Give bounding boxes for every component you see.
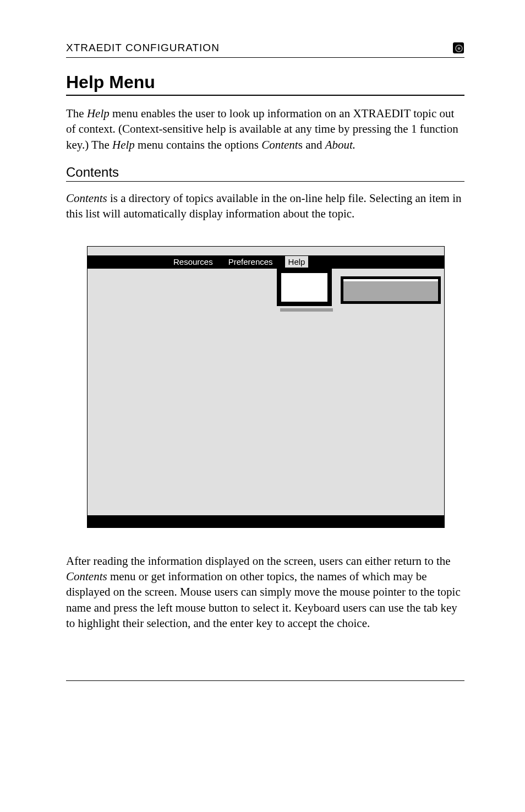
menu-resources[interactable]: Resources bbox=[170, 256, 216, 268]
text-italic: Help bbox=[87, 107, 110, 120]
menu-preferences[interactable]: Preferences bbox=[225, 256, 276, 268]
page-content: XTRAEDIT CONFIGURATION Help Menu The Hel… bbox=[0, 0, 525, 720]
sub-window-titlebar bbox=[343, 279, 438, 281]
running-header: XTRAEDIT CONFIGURATION bbox=[66, 42, 464, 58]
heading-help-menu: Help Menu bbox=[66, 72, 464, 96]
text: After reading the information displayed … bbox=[66, 554, 451, 568]
app-body bbox=[88, 269, 444, 515]
text: menu or get information on other topics,… bbox=[66, 570, 461, 630]
menu-help[interactable]: Help bbox=[285, 256, 309, 268]
text-italic: About. bbox=[325, 138, 356, 151]
text: The bbox=[66, 107, 87, 120]
heading-contents: Contents bbox=[66, 165, 464, 182]
screenshot-figure: Resources Preferences Help bbox=[87, 246, 464, 528]
text-italic: Content bbox=[261, 138, 298, 151]
text: is a directory of topics available in th… bbox=[66, 192, 461, 220]
sub-window bbox=[341, 276, 441, 304]
app-footer bbox=[88, 515, 444, 527]
text-italic: Contents bbox=[66, 192, 107, 205]
dropdown-shadow bbox=[280, 308, 333, 312]
text: menu contains the options bbox=[135, 138, 261, 151]
svg-point-2 bbox=[458, 47, 461, 50]
text: s and bbox=[298, 138, 325, 151]
text-italic: Contents bbox=[66, 570, 107, 583]
running-header-text: XTRAEDIT CONFIGURATION bbox=[66, 42, 220, 54]
intro-paragraph: The Help menu enables the user to look u… bbox=[66, 106, 464, 152]
contents-paragraph: Contents is a directory of topics availa… bbox=[66, 190, 464, 222]
help-dropdown[interactable] bbox=[277, 269, 332, 306]
after-paragraph: After reading the information displayed … bbox=[66, 553, 464, 631]
app-menubar: Resources Preferences Help bbox=[88, 255, 444, 269]
text-italic: Help bbox=[112, 138, 135, 151]
dropdown-highlight bbox=[281, 273, 327, 302]
app-titlebar bbox=[88, 247, 444, 255]
app-window: Resources Preferences Help bbox=[87, 246, 445, 528]
footer-rule bbox=[66, 680, 464, 681]
logo-icon bbox=[452, 42, 464, 54]
